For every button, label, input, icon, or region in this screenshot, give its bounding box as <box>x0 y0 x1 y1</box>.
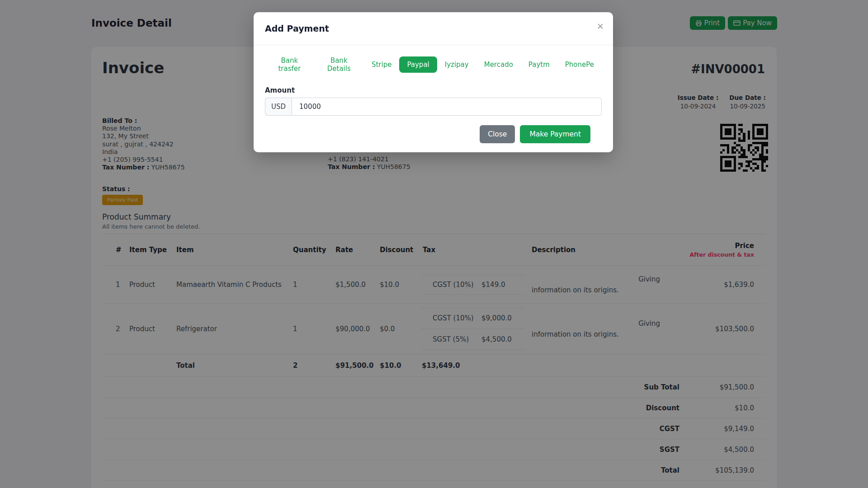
close-icon[interactable]: ✕ <box>597 22 604 31</box>
payment-method-tabs: Bank trasfer Bank Details Stripe Paypal … <box>265 52 602 77</box>
tab-phonepe[interactable]: PhonePe <box>557 56 602 73</box>
amount-input-group: USD <box>265 98 602 116</box>
make-payment-button[interactable]: Make Payment <box>520 125 590 143</box>
tab-paytm[interactable]: Paytm <box>521 56 557 73</box>
add-payment-modal: Add Payment ✕ Bank trasfer Bank Details … <box>254 12 613 152</box>
tab-bank-details[interactable]: Bank Details <box>314 52 364 77</box>
modal-footer: Close Make Payment <box>265 116 602 143</box>
amount-label: Amount <box>265 86 602 94</box>
modal-body: Bank trasfer Bank Details Stripe Paypal … <box>254 45 613 143</box>
tab-bank-transfer[interactable]: Bank trasfer <box>265 52 314 77</box>
tab-paypal[interactable]: Paypal <box>399 56 437 73</box>
tab-mercado[interactable]: Mercado <box>476 56 521 73</box>
tab-iyzipay[interactable]: Iyzipay <box>437 56 476 73</box>
tab-stripe[interactable]: Stripe <box>364 56 400 73</box>
amount-input[interactable] <box>292 98 602 116</box>
modal-header: Add Payment ✕ <box>254 12 613 45</box>
close-button[interactable]: Close <box>480 125 515 143</box>
currency-addon: USD <box>265 98 292 116</box>
modal-title: Add Payment <box>265 23 329 33</box>
